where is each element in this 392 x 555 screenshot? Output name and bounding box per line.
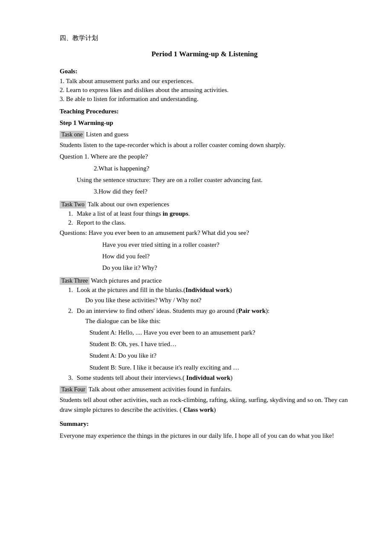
list-num-1: 1.: [60, 210, 77, 217]
task-two-subq2: How did you feel?: [60, 251, 349, 261]
step1-line-1: Students listen to the tape-recorder whi…: [60, 140, 349, 150]
list-content-t3-2: Do an interview to find others' ideas. S…: [77, 307, 349, 315]
dialogue-intro: The dialogue can be like this:: [60, 316, 349, 326]
chinese-title: 四、教学计划: [60, 34, 349, 42]
task-four-badge: Task Four: [60, 386, 87, 393]
main-title: Period 1 Warming-up & Listening: [60, 50, 349, 58]
task-two-item1: 1. Make a list of at least four things i…: [60, 210, 349, 217]
task-three-badge: Task Three: [60, 277, 89, 285]
goal-item-2: 2. Learn to express likes and dislikes a…: [60, 87, 349, 94]
list-content-t3-1: Look at the pictures and fill in the bla…: [77, 286, 349, 294]
pair-work-bold: Pair work: [238, 307, 265, 314]
list-num-t3-1: 1.: [60, 286, 77, 294]
list-num-2: 2.: [60, 219, 77, 226]
summary-text: Everyone may experience the things in th…: [60, 431, 349, 441]
class-work-bold: Class work: [183, 406, 213, 413]
goal-item-3: 3. Be able to listen for information and…: [60, 95, 349, 103]
task-two-subq1: Have you ever tried sitting in a roller …: [60, 240, 349, 250]
task-two-badge: Task Two: [60, 201, 86, 208]
dialogue-4: Student B: Sure. I like it because it's …: [60, 363, 349, 373]
dialogue-3: Student A: Do you like it?: [60, 351, 349, 361]
task-two-line: Task Two Talk about our own experiences: [60, 201, 349, 208]
list-content-1: Make a list of at least four things in g…: [77, 210, 349, 217]
task-three-item1: 1. Look at the pictures and fill in the …: [60, 286, 349, 294]
task-three-item1-sub: Do you like these activities? Why / Why …: [60, 295, 349, 305]
individual-work-1: Individual work: [185, 286, 230, 293]
task-three-line: Task Three Watch pictures and practice: [60, 277, 349, 285]
task-one-badge: Task one: [60, 131, 84, 139]
step1-question2: 2.What is happening?: [60, 164, 349, 173]
task-one-line: Task one Listen and guess: [60, 131, 349, 139]
page-container: 四、教学计划 Period 1 Warming-up & Listening G…: [0, 0, 392, 477]
task-two-questions: Questions: Have you ever been to an amus…: [60, 228, 349, 238]
in-groups-bold: in groups: [163, 210, 188, 217]
summary-label: Summary:: [60, 419, 349, 429]
list-content-t3-3: Some students tell about their interview…: [77, 374, 349, 382]
step1-sentence: Using the sentence structure: They are o…: [60, 175, 349, 185]
task-three-item2: 2. Do an interview to find others' ideas…: [60, 307, 349, 315]
task-four-line: Task Four Talk about other amusement act…: [60, 386, 349, 393]
dialogue-1: Student A: Hello, .... Have you ever bee…: [60, 328, 349, 338]
task-two-item2: 2. Report to the class.: [60, 219, 349, 226]
task-three-item3: 3. Some students tell about their interv…: [60, 374, 349, 382]
goals-label: Goals:: [60, 68, 349, 75]
task-three-text: Watch pictures and practice: [89, 277, 161, 284]
task-two-subq3: Do you like it? Why?: [60, 263, 349, 273]
step1-question3: 3.How did they feel?: [60, 187, 349, 197]
step1-label: Step 1 Warming-up: [60, 119, 349, 127]
individual-work-2: Individual work: [186, 374, 231, 381]
task-one-text: Listen and guess: [84, 131, 129, 138]
task-four-content: Students tell about other activities, su…: [60, 395, 349, 415]
task-two-text: Talk about our own experiences: [86, 201, 169, 208]
dialogue-2: Student B: Oh, yes. I have tried…: [60, 339, 349, 349]
summary-label-bold: Summary:: [60, 420, 89, 427]
step1-question1: Question 1. Where are the people?: [60, 152, 349, 162]
goal-item-1: 1. Talk about amusement parks and our ex…: [60, 78, 349, 85]
list-content-2: Report to the class.: [77, 219, 349, 226]
task-four-text: Talk about other amusement activities fo…: [87, 386, 232, 393]
list-num-t3-3: 3.: [60, 374, 77, 382]
teaching-procedures-label: Teaching Procedures:: [60, 108, 349, 115]
list-num-t3-2: 2.: [60, 307, 77, 315]
